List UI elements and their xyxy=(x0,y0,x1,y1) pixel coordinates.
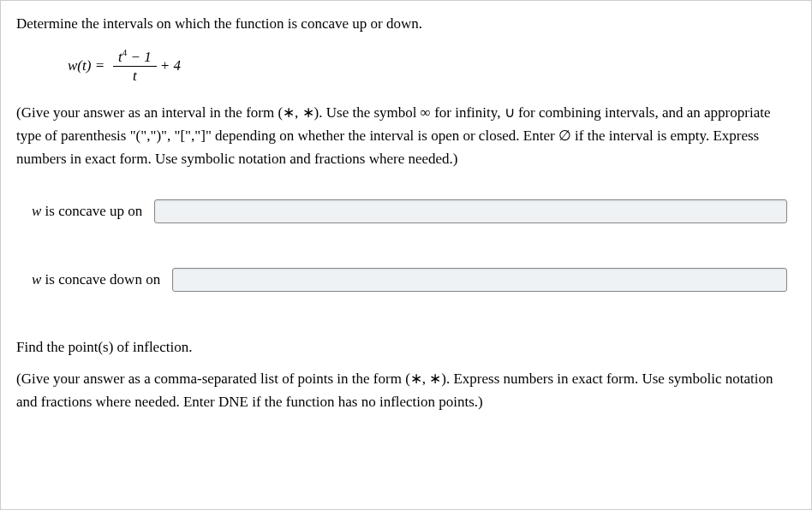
inflection-instructions: (Give your answer as a comma-separated l… xyxy=(16,367,796,413)
interval-instructions: (Give your answer as an interval in the … xyxy=(16,101,796,171)
formula-num-tail: − 1 xyxy=(127,48,151,64)
formula-denominator: t xyxy=(128,67,142,86)
inflection-heading: Find the point(s) of inflection. xyxy=(16,336,796,359)
concave-up-text: is concave up on xyxy=(41,203,142,219)
concave-up-row: w is concave up on xyxy=(32,199,796,223)
concave-down-label: w is concave down on xyxy=(32,269,160,291)
formula-tail: + 4 xyxy=(160,55,181,77)
concave-up-input[interactable] xyxy=(154,199,787,223)
formula-fraction: t4 − 1 t xyxy=(113,47,157,86)
function-formula: w(t) = t4 − 1 t + 4 xyxy=(68,47,796,86)
concave-up-w: w xyxy=(32,203,41,219)
concave-down-row: w is concave down on xyxy=(32,268,796,292)
concave-down-w: w xyxy=(32,271,41,288)
formula-numerator: t4 − 1 xyxy=(113,47,157,67)
concave-down-text: is concave down on xyxy=(41,271,160,288)
concave-up-label: w is concave up on xyxy=(32,200,142,222)
formula-lhs: w(t) = xyxy=(68,55,104,77)
concave-down-input[interactable] xyxy=(172,268,787,292)
question-prompt: Determine the intervals on which the fun… xyxy=(16,13,796,35)
